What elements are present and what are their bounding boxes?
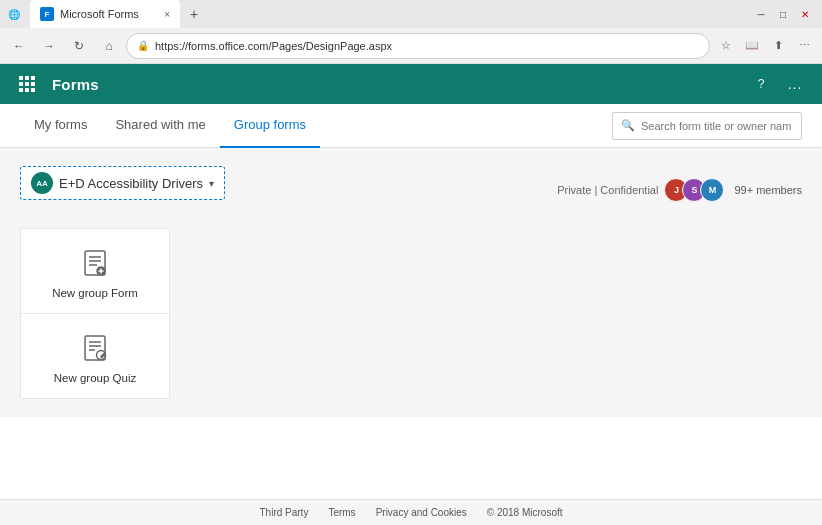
members-count: 99+ members bbox=[734, 184, 802, 196]
quiz-icon: ✓ bbox=[79, 332, 111, 364]
main-area: My forms Shared with me Group forms 🔍 AA… bbox=[0, 104, 822, 417]
refresh-button[interactable]: ↻ bbox=[66, 33, 92, 59]
nav-tabs: My forms Shared with me Group forms 🔍 bbox=[0, 104, 822, 148]
lock-icon: 🔒 bbox=[137, 40, 149, 51]
tab-favicon: F bbox=[40, 7, 54, 21]
new-group-quiz-card[interactable]: ✓ New group Quiz bbox=[21, 314, 169, 398]
header-actions: ? ... bbox=[746, 69, 810, 99]
help-button[interactable]: ? bbox=[746, 69, 776, 99]
footer-third-party[interactable]: Third Party bbox=[259, 507, 308, 518]
member-avatar-3: M bbox=[700, 178, 724, 202]
group-name-label: E+D Accessibility Drivers bbox=[59, 176, 203, 191]
app-title: Forms bbox=[52, 76, 99, 93]
member-avatars: J S M bbox=[664, 178, 724, 202]
chevron-down-icon: ▾ bbox=[209, 178, 214, 189]
new-group-form-card[interactable]: New group Form bbox=[21, 229, 169, 314]
restore-button[interactable]: □ bbox=[774, 5, 792, 23]
form-svg-icon bbox=[81, 249, 109, 277]
footer-terms[interactable]: Terms bbox=[328, 507, 355, 518]
search-icon: 🔍 bbox=[621, 119, 635, 132]
group-avatar: AA bbox=[31, 172, 53, 194]
home-button[interactable]: ⌂ bbox=[96, 33, 122, 59]
app-header: Forms ? ... bbox=[0, 64, 822, 104]
footer: Third Party Terms Privacy and Cookies © … bbox=[0, 499, 822, 525]
address-bar[interactable]: 🔒 https://forms.office.com/Pages/DesignP… bbox=[126, 33, 710, 59]
footer-privacy[interactable]: Privacy and Cookies bbox=[376, 507, 467, 518]
quiz-svg-icon: ✓ bbox=[81, 334, 109, 362]
browser-logo: 🌐 bbox=[8, 9, 20, 20]
tab-title: Microsoft Forms bbox=[60, 8, 139, 20]
new-group-form-label: New group Form bbox=[52, 287, 138, 299]
group-avatar-initials: AA bbox=[36, 179, 48, 188]
search-box[interactable]: 🔍 bbox=[612, 112, 802, 140]
content-area: AA E+D Accessibility Drivers ▾ Private |… bbox=[0, 148, 822, 417]
new-tab-button[interactable]: + bbox=[180, 0, 208, 28]
group-header-row: AA E+D Accessibility Drivers ▾ Private |… bbox=[20, 166, 802, 214]
tab-close-btn[interactable]: × bbox=[164, 9, 170, 20]
title-bar: 🌐 F Microsoft Forms × + ─ □ ✕ bbox=[0, 0, 822, 28]
minimize-button[interactable]: ─ bbox=[752, 5, 770, 23]
forms-cards: New group Form ✓ New group Quiz bbox=[20, 228, 170, 399]
bookmark-button[interactable]: ☆ bbox=[714, 34, 738, 58]
search-input[interactable] bbox=[641, 120, 791, 132]
header-more-button[interactable]: ... bbox=[780, 69, 810, 99]
group-info: Private | Confidential J S M 99+ members bbox=[557, 178, 802, 202]
close-button[interactable]: ✕ bbox=[796, 5, 814, 23]
waffle-icon bbox=[19, 76, 35, 92]
tab-my-forms[interactable]: My forms bbox=[20, 104, 101, 148]
settings-menu-button[interactable]: ⋯ bbox=[792, 34, 816, 58]
group-selector[interactable]: AA E+D Accessibility Drivers ▾ bbox=[20, 166, 225, 200]
new-group-quiz-label: New group Quiz bbox=[54, 372, 136, 384]
browser-tab[interactable]: F Microsoft Forms × bbox=[30, 0, 180, 28]
share-button[interactable]: ⬆ bbox=[766, 34, 790, 58]
back-button[interactable]: ← bbox=[6, 33, 32, 59]
nav-actions: ☆ 📖 ⬆ ⋯ bbox=[714, 34, 816, 58]
form-icon bbox=[79, 247, 111, 279]
tab-shared-with-me[interactable]: Shared with me bbox=[101, 104, 219, 148]
waffle-menu-button[interactable] bbox=[12, 69, 42, 99]
nav-bar: ← → ↻ ⌂ 🔒 https://forms.office.com/Pages… bbox=[0, 28, 822, 64]
footer-copyright: © 2018 Microsoft bbox=[487, 507, 563, 518]
window-controls: ─ □ ✕ bbox=[752, 5, 814, 23]
address-text: https://forms.office.com/Pages/DesignPag… bbox=[155, 40, 699, 52]
reading-mode-button[interactable]: 📖 bbox=[740, 34, 764, 58]
tab-group-forms[interactable]: Group forms bbox=[220, 104, 320, 148]
group-privacy-label: Private | Confidential bbox=[557, 184, 658, 196]
forward-button[interactable]: → bbox=[36, 33, 62, 59]
svg-text:✓: ✓ bbox=[100, 352, 106, 359]
